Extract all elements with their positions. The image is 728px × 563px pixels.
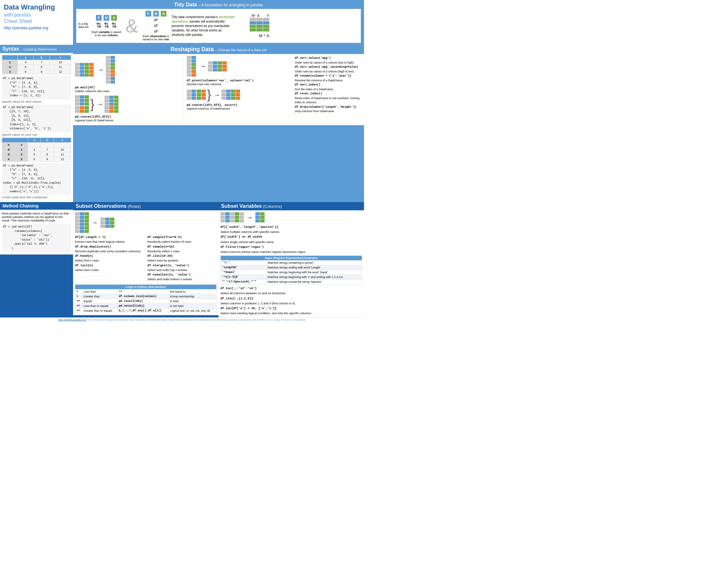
tidy-matrix: M * A F bbox=[238, 14, 269, 38]
subset-vars-section: Subset Variables (Columns) bbox=[219, 202, 364, 317]
concat-rows-label: pd.concat([df1,df2]) Append rows of Data… bbox=[75, 115, 179, 122]
table-row: '^x[1-5]$' Matches strings beginning wit… bbox=[221, 275, 362, 280]
subset-obs-header: Subset Observations (Rows) bbox=[73, 202, 219, 210]
syntax-code-1: df = pd.DataFrame( {"a" : [4 ,5, 6], "b"… bbox=[2, 76, 71, 99]
syntax-note-1: Specify values for each column. bbox=[2, 100, 71, 103]
footer: http://pandas.pydata.org/ This cheat she… bbox=[0, 317, 364, 322]
method-code: df = (pd.melt(df) .rename(columns={ 'var… bbox=[2, 224, 71, 252]
col-a2: A bbox=[161, 11, 166, 17]
arrow-concat: → bbox=[97, 100, 103, 108]
sheet-title: Cheat Sheet bbox=[4, 18, 69, 24]
table-row: 'Length$' Matches strings ending with wo… bbox=[221, 265, 362, 270]
table-row: 2 5 8 11 bbox=[2, 65, 71, 70]
top-row: Data Wrangling with pandas Cheat Sheet h… bbox=[0, 0, 364, 45]
table-row: > Greater than df.column.isin(values) Gr… bbox=[75, 294, 217, 299]
reshape-block: Reshaping Data – Change the layout of a … bbox=[73, 45, 364, 202]
melt-after bbox=[106, 56, 115, 84]
table-row: e 2 6 9 12 bbox=[2, 157, 71, 161]
tidy-arrows-down: ⇅ ⇅ ⇅ bbox=[96, 21, 117, 30]
melt-row: → bbox=[75, 56, 179, 84]
melt-label: pd.melt(df) Gather columns into rows. bbox=[75, 85, 179, 93]
arrow-melt: → bbox=[98, 66, 104, 73]
table-row: d 2 5 8 11 bbox=[2, 152, 71, 157]
regex-table: regex (Regular Expressions) Examples '\\… bbox=[220, 255, 362, 284]
tidy-left: In a tidydata set: bbox=[78, 22, 89, 30]
horiz-arrows: ⇄ ⇄ ⇄ bbox=[154, 17, 158, 34]
col-m2: M bbox=[153, 11, 159, 17]
syntax-table-2: a b c n v d bbox=[2, 138, 71, 162]
table-row: d 1 4 7 10 bbox=[2, 147, 71, 152]
method-content: Most pandas methods return a DataFrame s… bbox=[0, 210, 73, 254]
concat-cols-row: } → bbox=[187, 88, 291, 101]
pivot-label: df.pivot(columns='var', values='val') Sp… bbox=[187, 78, 291, 86]
tidy-arrows-col: F M A ⇅ ⇅ ⇅ Each variable is savedin its… bbox=[92, 15, 121, 37]
col-labels-fma2: F M A bbox=[145, 11, 166, 17]
syntax-header: Syntax – Creating DataFrames bbox=[0, 45, 73, 53]
tidy-data-header: Tidy Data – A foundation for wrangling i… bbox=[76, 2, 361, 8]
table-row: '\\.' Matches strings containing a perio… bbox=[221, 261, 362, 265]
syntax-note-2: Specify values for each row. bbox=[2, 133, 71, 136]
method-header: Method Chaining bbox=[0, 202, 73, 210]
col-f2: F bbox=[145, 11, 151, 17]
method-block: Method Chaining Most pandas methods retu… bbox=[0, 202, 73, 317]
subset-obs-visual: → bbox=[75, 212, 217, 233]
reshape-main: → bbox=[75, 56, 362, 123]
table-row: == Equals pd.isnull(obj) Is NaN bbox=[75, 299, 217, 303]
second-row: Syntax – Creating DataFrames a b c bbox=[0, 45, 364, 202]
logic-table: Logic in Python (and pandas) < Less than… bbox=[75, 284, 217, 313]
subset-vars-header: Subset Variables (Columns) bbox=[219, 202, 364, 210]
syntax-code-3: df = pd.DataFrame( {"a" : [4 ,5, 6], "b"… bbox=[2, 163, 71, 195]
subset-vars-content: → df[['width','length','species']]Select… bbox=[219, 210, 364, 317]
logic-table-container: Logic in Python (and pandas) < Less than… bbox=[75, 284, 217, 313]
subset-obs-col2: df.sample(frac=0.5)Randomly select fract… bbox=[147, 235, 217, 282]
tidy-right-arrows: F M A ⇄ ⇄ ⇄ Each observation issaved in … bbox=[143, 11, 169, 41]
syntax-content: a b c 1 4 7 10 2 bbox=[0, 53, 73, 202]
tidy-content: In a tidydata set: F M A ⇅ ⇅ ⇅ Each vari… bbox=[76, 9, 361, 43]
table-row: n v bbox=[2, 142, 71, 147]
table-row: "''^(?!Species$).*'" Matches strings exc… bbox=[221, 280, 362, 284]
col-labels-fma: F M A bbox=[96, 15, 117, 21]
subset-obs-commands: df[df.Length > 7]Extract rows that meet … bbox=[75, 235, 217, 282]
title-url[interactable]: http://pandas.pydata.org bbox=[4, 25, 69, 30]
concat-row: } → bbox=[75, 95, 179, 113]
table-row: 1 4 7 10 bbox=[2, 60, 71, 65]
table-row: '^Sepal' Matches strings beginning with … bbox=[221, 270, 362, 275]
sub-title: with pandas bbox=[4, 12, 69, 18]
tidy-data-block: Tidy Data – A foundation for wrangling i… bbox=[73, 0, 364, 45]
title-block: Data Wrangling with pandas Cheat Sheet h… bbox=[0, 0, 73, 45]
subset-vars-commands: df[['width','length','species']]Select m… bbox=[220, 224, 362, 254]
reshape-commands: df.sort_values('mpg')Order rows by value… bbox=[292, 56, 362, 123]
table-row: 3 6 9 12 bbox=[2, 70, 71, 74]
col-m: M bbox=[104, 15, 109, 21]
regex-table-container: regex (Regular Expressions) Examples '\\… bbox=[220, 255, 362, 284]
reshape-content: → bbox=[73, 54, 364, 125]
third-row: Method Chaining Most pandas methods retu… bbox=[0, 202, 364, 317]
method-desc: Most pandas methods return a DataFrame s… bbox=[2, 212, 71, 222]
tidy-ampersand: & bbox=[125, 15, 138, 37]
col-f: F bbox=[96, 15, 102, 21]
subset-obs-col1: df[df.Length > 7]Extract rows that meet … bbox=[75, 235, 144, 282]
pivot-row: → bbox=[187, 56, 291, 77]
syntax-block: Syntax – Creating DataFrames a b c bbox=[0, 45, 73, 202]
concat-cols-label: pd.concat([df1,df2], axis=1) Append colu… bbox=[187, 103, 291, 110]
table-row: <= Less than or equals pd.notnull(obj) I… bbox=[75, 303, 217, 308]
reshape-right-panels: → bbox=[187, 56, 291, 123]
subset-vars-visual: → bbox=[220, 212, 362, 222]
footer-url[interactable]: http://pandas.pydata.org/ bbox=[58, 318, 86, 321]
subset-vars-extra-commands: df.loc[:,:'x2':'x4']Select all columns b… bbox=[220, 286, 362, 315]
reshape-panels: → bbox=[75, 56, 179, 123]
reshape-header: Reshaping Data – Change the layout of a … bbox=[73, 45, 364, 54]
syntax-table-1: a b c 1 4 7 10 2 bbox=[2, 55, 71, 74]
tidy-desc: Tidy data complements pandas's vectorize… bbox=[172, 15, 235, 37]
main-title: Data Wrangling bbox=[4, 3, 69, 11]
melt-before bbox=[75, 63, 94, 77]
subset-obs-section: Subset Observations (Rows) bbox=[73, 202, 219, 317]
syntax-note-3: Create DataFrame with a MultiIndex bbox=[2, 196, 71, 199]
subset-obs-content: → df[df.Le bbox=[73, 210, 219, 315]
col-a: A bbox=[111, 15, 117, 21]
table-row: >= Greater than or equals &,|,~,^,df.any… bbox=[75, 308, 217, 313]
table-row: < Less than != Not equal to bbox=[75, 289, 217, 294]
syntax-code-2: df = pd.DataFrame( [[4, 7, 10], [5, 8, 1… bbox=[2, 105, 71, 132]
page-wrapper: Data Wrangling with pandas Cheat Sheet h… bbox=[0, 0, 364, 322]
